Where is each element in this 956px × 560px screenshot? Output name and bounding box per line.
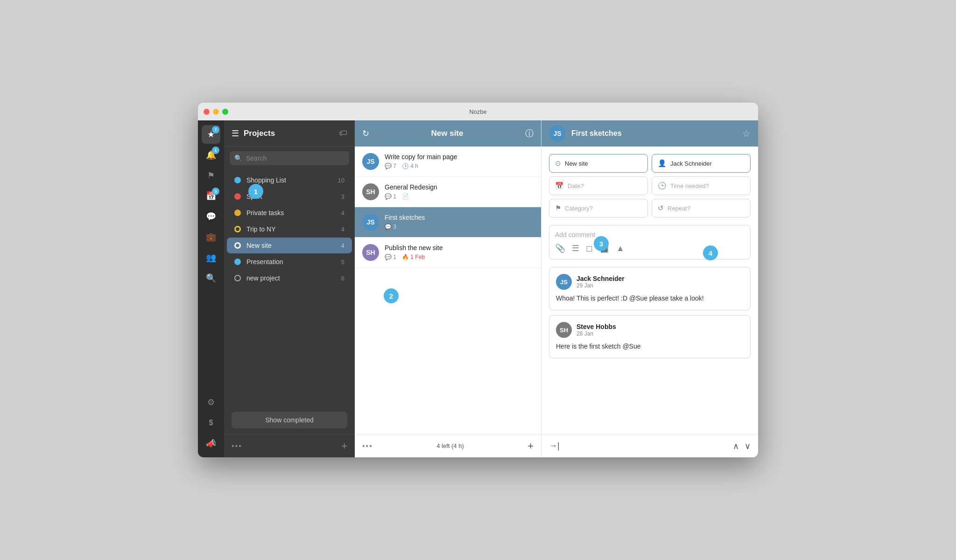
project-count: 4 — [341, 226, 344, 233]
task-name: First sketches — [385, 214, 534, 221]
sidebar-item-flag[interactable]: ⚑ — [202, 166, 220, 185]
dropbox-icon[interactable]: ◻ — [586, 243, 593, 253]
category-icon: ⚑ — [555, 204, 561, 212]
tasks-more-icon[interactable]: ••• — [362, 442, 373, 450]
gdrive-icon[interactable]: ▲ — [616, 244, 625, 253]
comment-count: 💬 7 — [385, 163, 396, 169]
comment-author-info: Steve Hobbs 28 Jan — [576, 323, 616, 337]
search-box[interactable]: 🔍 Search — [230, 151, 349, 165]
checklist-icon[interactable]: ☰ — [572, 243, 579, 253]
project-dot — [234, 275, 241, 281]
add-task-button[interactable]: + — [527, 440, 534, 452]
briefcase-icon: 💼 — [206, 232, 216, 242]
comment-item: JS Jack Schneider 29 Jan Whoa! This is p… — [549, 267, 751, 310]
search-icon: 🔍 — [206, 273, 216, 283]
category-field[interactable]: ⚑ Category? — [549, 199, 648, 217]
project-field-icon: ⊙ — [555, 159, 561, 168]
app-title: Nozbe — [469, 108, 487, 115]
bell-badge: 1 — [212, 147, 219, 154]
comment-item: SH Steve Hobbs 28 Jan Here is the first … — [549, 315, 751, 358]
sidebar-item-bell[interactable]: 🔔 1 — [202, 146, 220, 164]
project-item-new-project[interactable]: new project 6 — [227, 270, 352, 286]
project-dot — [234, 226, 241, 232]
tasks-header: ↻ New site ⓘ — [355, 120, 541, 147]
comment-avatar: SH — [556, 322, 572, 338]
project-name: Presentation — [246, 258, 341, 266]
megaphone-icon: 📣 — [206, 438, 216, 448]
project-item-sport[interactable]: Sport 3 — [227, 189, 352, 204]
refresh-icon[interactable]: ↻ — [362, 128, 369, 139]
comment-count: 💬 1 — [385, 254, 396, 260]
task-avatar: SH — [362, 244, 379, 261]
detail-task-title: First sketches — [571, 129, 742, 138]
assignee-field[interactable]: 👤 Jack Schneider — [652, 154, 751, 173]
repeat-field[interactable]: ↺ Repeat? — [652, 199, 751, 217]
task-avatar: JS — [362, 214, 379, 231]
date-placeholder: Date? — [568, 182, 584, 189]
task-content: Write copy for main page 💬 7 🕒 4 h — [385, 153, 534, 169]
project-dot — [234, 193, 241, 200]
sidebar-item-briefcase[interactable]: 💼 — [202, 228, 220, 246]
next-task-button[interactable]: ∨ — [745, 441, 751, 451]
project-field[interactable]: ⊙ New site — [549, 154, 648, 173]
minimize-button[interactable] — [213, 109, 219, 115]
detail-body: ⊙ New site 👤 Jack Schneider 📅 Date? — [541, 147, 758, 434]
search-placeholder: Search — [246, 154, 267, 162]
sidebar-item-search[interactable]: 🔍 — [202, 269, 220, 287]
project-name: Shopping List — [246, 176, 338, 184]
due-date: 🔥 1 Feb — [402, 254, 425, 260]
task-item[interactable]: SH Publish the new site 💬 1 🔥 1 Feb — [355, 238, 541, 268]
sidebar-item-chat[interactable]: 💬 — [202, 207, 220, 226]
prev-task-button[interactable]: ∧ — [733, 441, 739, 451]
task-avatar: SH — [362, 183, 379, 200]
close-button[interactable] — [204, 109, 210, 115]
add-project-button[interactable]: + — [341, 440, 347, 452]
comment-author-name: Steve Hobbs — [576, 323, 616, 330]
footer-more-icon[interactable]: ••• — [232, 442, 242, 450]
attach-icon[interactable]: 📎 — [555, 243, 565, 253]
sidebar-item-calendar[interactable]: 📅 3 — [202, 187, 220, 205]
sidebar-item-settings[interactable]: ⚙ — [202, 393, 220, 412]
date-field[interactable]: 📅 Date? — [549, 176, 648, 195]
project-name: Private tasks — [246, 209, 341, 217]
sidebar-item-megaphone[interactable]: 📣 — [202, 434, 220, 453]
task-item[interactable]: SH General Redesign 💬 1 📄 — [355, 177, 541, 207]
comment-input[interactable]: Add comment — [555, 231, 745, 238]
sidebar-item-dollar[interactable]: $ — [202, 413, 220, 432]
tutorial-badge-1: 1 — [248, 184, 263, 199]
comment-author-row: SH Steve Hobbs 28 Jan — [556, 322, 744, 338]
assignee-value: Jack Schneider — [670, 160, 712, 167]
maximize-button[interactable] — [222, 109, 228, 115]
flag-icon: ⚑ — [207, 170, 215, 181]
project-item-presentation[interactable]: Presentation 5 — [227, 254, 352, 270]
task-meta: 💬 3 — [385, 224, 534, 230]
task-avatar: JS — [362, 153, 379, 170]
project-name: new project — [246, 274, 341, 282]
projects-tag-icon[interactable]: 🏷 — [339, 128, 347, 138]
project-item-shopping-list[interactable]: Shopping List 10 — [227, 172, 352, 188]
expand-icon[interactable]: →| — [549, 441, 560, 451]
info-icon[interactable]: ⓘ — [525, 128, 534, 139]
sidebar-item-people[interactable]: 👥 — [202, 248, 220, 267]
time-icon: 🕒 — [658, 182, 667, 190]
detail-footer: →| ∧ ∨ — [541, 434, 758, 457]
project-item-trip-ny[interactable]: Trip to NY 4 — [227, 221, 352, 237]
star-button[interactable]: ☆ — [742, 128, 751, 139]
comment-date: 29 Jan — [576, 282, 625, 289]
assignee-icon: 👤 — [658, 159, 667, 168]
date-icon: 📅 — [555, 182, 564, 190]
sidebar-item-star[interactable]: ★ 7 — [202, 125, 220, 144]
project-item-private-tasks[interactable]: Private tasks 4 — [227, 205, 352, 221]
show-completed-button[interactable]: Show completed — [232, 412, 347, 428]
comment-area[interactable]: Add comment 📎 ☰ ◻ 📓 ▲ — [549, 225, 751, 259]
project-count: 10 — [338, 177, 344, 184]
task-item[interactable]: JS Write copy for main page 💬 7 🕒 4 h — [355, 147, 541, 177]
time-field[interactable]: 🕒 Time needed? — [652, 176, 751, 195]
detail-avatar: JS — [549, 125, 566, 142]
project-count: 3 — [341, 193, 344, 200]
comment-count: 💬 1 — [385, 193, 396, 200]
task-item-selected[interactable]: JS First sketches 💬 3 — [355, 207, 541, 238]
repeat-placeholder: Repeat? — [668, 205, 690, 212]
projects-footer: ••• + — [224, 434, 355, 457]
project-item-new-site[interactable]: New site 4 — [227, 238, 352, 253]
